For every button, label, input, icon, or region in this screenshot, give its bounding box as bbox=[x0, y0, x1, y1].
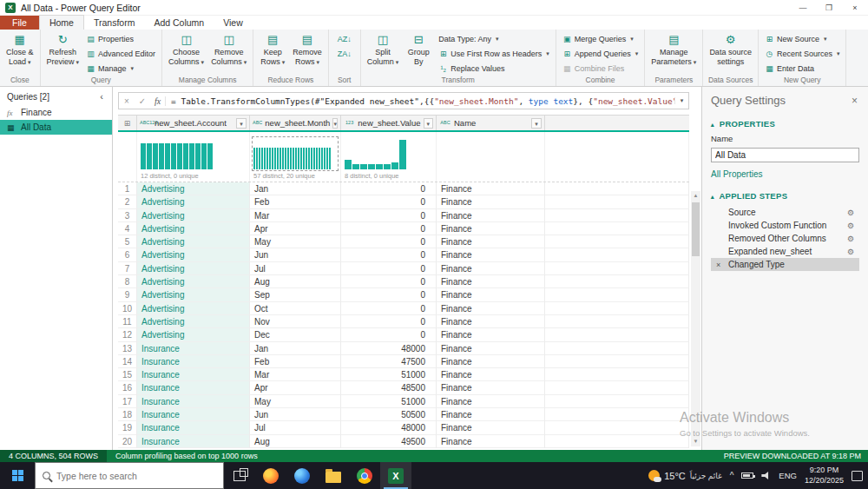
expand-formula-bar-button[interactable]: ▾ bbox=[674, 97, 688, 104]
taskbar-excel[interactable]: X bbox=[380, 462, 411, 489]
taskbar-weather[interactable]: 15°C غائم جزئياً bbox=[648, 470, 722, 481]
taskbar-edge[interactable] bbox=[286, 462, 318, 489]
row-number[interactable]: 7 bbox=[118, 262, 137, 275]
cell-account[interactable]: Advertising bbox=[137, 262, 250, 275]
applied-step[interactable]: Source⚙ bbox=[711, 206, 859, 219]
cell-month[interactable]: May bbox=[250, 235, 341, 248]
column-header-value[interactable]: 123 new_sheet.Value ▾ bbox=[341, 116, 437, 130]
cell-month[interactable]: Aug bbox=[250, 275, 341, 288]
cell-name[interactable]: Finance bbox=[437, 421, 545, 434]
close-settings-icon[interactable]: × bbox=[850, 95, 859, 107]
split-column-button[interactable]: ◫ Split Column▾ bbox=[365, 32, 402, 76]
cell-month[interactable]: May bbox=[250, 395, 341, 408]
cell-name[interactable]: Finance bbox=[437, 381, 545, 394]
cell-month[interactable]: Jun bbox=[250, 248, 341, 261]
new-source-button[interactable]: ⊞ New Source ▾ bbox=[762, 32, 843, 46]
filter-dropdown-icon[interactable]: ▾ bbox=[236, 118, 247, 129]
recent-sources-button[interactable]: ◷ Recent Sources ▾ bbox=[762, 47, 843, 61]
manage-button[interactable]: ▦ Manage ▾ bbox=[83, 62, 158, 76]
cell-name[interactable]: Finance bbox=[437, 275, 545, 288]
row-number[interactable]: 18 bbox=[118, 408, 137, 421]
cell-name[interactable]: Finance bbox=[437, 235, 545, 248]
cell-month[interactable]: Oct bbox=[250, 302, 341, 315]
cell-value[interactable]: 0 bbox=[341, 248, 437, 261]
scrollbar-thumb[interactable] bbox=[692, 202, 700, 256]
cell-month[interactable]: Aug bbox=[250, 435, 341, 448]
battery-icon[interactable] bbox=[741, 472, 753, 479]
cell-account[interactable]: Advertising bbox=[137, 315, 250, 328]
row-number[interactable]: 14 bbox=[118, 355, 137, 368]
cell-value[interactable]: 48500 bbox=[341, 381, 437, 394]
cell-month[interactable]: Jun bbox=[250, 408, 341, 421]
sort-descending-button[interactable]: ZA↓ bbox=[332, 47, 357, 61]
query-item[interactable]: fxFinance bbox=[0, 105, 112, 120]
cell-value[interactable]: 0 bbox=[341, 275, 437, 288]
row-number[interactable]: 20 bbox=[118, 435, 137, 448]
cell-value[interactable]: 0 bbox=[341, 302, 437, 315]
filter-dropdown-icon[interactable]: ▾ bbox=[332, 118, 338, 129]
cell-name[interactable]: Finance bbox=[437, 248, 545, 261]
applied-step[interactable]: Removed Other Columns⚙ bbox=[711, 232, 859, 245]
cell-value[interactable]: 0 bbox=[341, 235, 437, 248]
close-button[interactable]: × bbox=[842, 0, 868, 15]
cell-name[interactable]: Finance bbox=[437, 315, 545, 328]
formula-text[interactable]: = Table.TransformColumnTypes(#"Expanded … bbox=[166, 96, 674, 106]
applied-step[interactable]: Invoked Custom Function⚙ bbox=[711, 219, 859, 232]
group-by-button[interactable]: ⊟ Group By bbox=[403, 32, 434, 76]
cell-month[interactable]: Jul bbox=[250, 421, 341, 434]
collapse-queries-pane-button[interactable]: ‹ bbox=[96, 91, 107, 102]
cell-account[interactable]: Insurance bbox=[137, 408, 250, 421]
cell-account[interactable]: Advertising bbox=[137, 209, 250, 222]
tab-view[interactable]: View bbox=[214, 16, 253, 30]
choose-columns-button[interactable]: ◫ Choose Columns▾ bbox=[166, 32, 207, 76]
applied-step[interactable]: Expanded new_sheet⚙ bbox=[711, 245, 859, 258]
cell-name[interactable]: Finance bbox=[437, 328, 545, 341]
row-number[interactable]: 13 bbox=[118, 342, 137, 355]
cell-account[interactable]: Insurance bbox=[137, 435, 250, 448]
cell-name[interactable]: Finance bbox=[437, 342, 545, 355]
cell-account[interactable]: Advertising bbox=[137, 248, 250, 261]
cell-account[interactable]: Insurance bbox=[137, 395, 250, 408]
merge-queries-button[interactable]: ▣ Merge Queries ▾ bbox=[560, 32, 641, 46]
cell-month[interactable]: Jul bbox=[250, 262, 341, 275]
step-settings-gear-icon[interactable]: ⚙ bbox=[847, 221, 854, 230]
cell-name[interactable]: Finance bbox=[437, 222, 545, 235]
tab-home[interactable]: Home bbox=[39, 15, 84, 30]
step-settings-gear-icon[interactable]: ⚙ bbox=[847, 235, 854, 243]
manage-parameters-button[interactable]: ▤ Manage Parameters▾ bbox=[648, 32, 699, 76]
tab-add-column[interactable]: Add Column bbox=[144, 16, 214, 30]
column-profile-name[interactable] bbox=[437, 132, 545, 182]
row-number[interactable]: 2 bbox=[118, 195, 137, 208]
row-number[interactable]: 5 bbox=[118, 235, 137, 248]
cell-account[interactable]: Insurance bbox=[137, 368, 250, 381]
cell-month[interactable]: Mar bbox=[250, 209, 341, 222]
cell-value[interactable]: 48000 bbox=[341, 421, 437, 434]
sort-ascending-button[interactable]: AZ↓ bbox=[332, 32, 357, 46]
cell-account[interactable]: Insurance bbox=[137, 355, 250, 368]
advanced-editor-button[interactable]: ▥ Advanced Editor bbox=[83, 47, 158, 61]
cell-account[interactable]: Advertising bbox=[137, 275, 250, 288]
cell-value[interactable]: 0 bbox=[341, 262, 437, 275]
restore-button[interactable]: ❐ bbox=[816, 0, 842, 15]
all-properties-link[interactable]: All Properties bbox=[711, 169, 859, 179]
properties-section-header[interactable]: ▴ PROPERTIES bbox=[711, 119, 859, 129]
show-hidden-icons-button[interactable]: ^ bbox=[730, 471, 734, 480]
data-source-settings-button[interactable]: ⚙ Data source settings bbox=[707, 32, 754, 76]
cell-account[interactable]: Advertising bbox=[137, 288, 250, 301]
column-header-month[interactable]: ABC new_sheet.Month ▾ bbox=[250, 116, 341, 130]
cell-value[interactable]: 51000 bbox=[341, 368, 437, 381]
column-profile-account[interactable]: 12 distinct, 0 unique bbox=[137, 132, 250, 182]
scroll-down-icon[interactable]: ▼ bbox=[691, 437, 700, 446]
cell-name[interactable]: Finance bbox=[437, 288, 545, 301]
row-number[interactable]: 17 bbox=[118, 395, 137, 408]
enter-data-button[interactable]: ▦ Enter Data bbox=[762, 62, 843, 76]
row-number[interactable]: 15 bbox=[118, 368, 137, 381]
taskbar-clock[interactable]: 9:20 PM 12/20/2025 bbox=[805, 466, 844, 486]
cell-value[interactable]: 0 bbox=[341, 315, 437, 328]
properties-button[interactable]: ▤ Properties bbox=[83, 32, 158, 46]
row-number[interactable]: 4 bbox=[118, 222, 137, 235]
row-number[interactable]: 16 bbox=[118, 381, 137, 394]
cell-account[interactable]: Advertising bbox=[137, 195, 250, 208]
task-view-button[interactable] bbox=[224, 462, 255, 489]
row-number[interactable]: 9 bbox=[118, 288, 137, 301]
